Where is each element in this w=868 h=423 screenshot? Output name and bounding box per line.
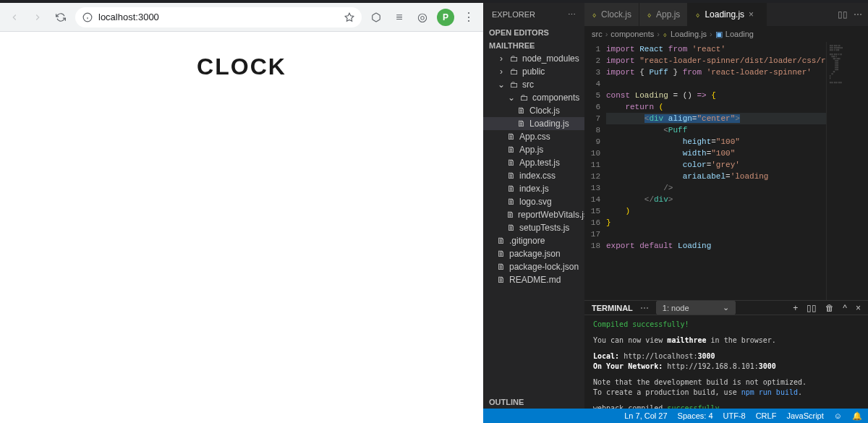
status-spaces[interactable]: Spaces: 4 [678, 411, 713, 420]
crumb-file[interactable]: Loading.js [671, 30, 707, 38]
star-icon[interactable] [344, 12, 354, 22]
terminal-select[interactable]: 1: node ⌄ [656, 301, 736, 315]
forward-button[interactable] [29, 9, 46, 26]
js-icon: ⬨ [647, 9, 652, 20]
outline-title[interactable]: OUTLINE [483, 396, 584, 409]
new-terminal-icon[interactable]: + [793, 303, 798, 313]
project-name[interactable]: MAILTHREE [483, 39, 584, 52]
tree-readme[interactable]: 🗎README.md [483, 273, 584, 286]
minimap[interactable]: ████ ████ ██████ ██████████████ █ ██████… [826, 42, 868, 300]
close-icon[interactable]: × [749, 9, 759, 20]
reading-list-icon[interactable]: ≡ [391, 9, 408, 26]
editor-area: src › components › ⬨ Loading.js › ▣ Load… [584, 26, 868, 409]
back-button[interactable] [6, 9, 23, 26]
tree-components[interactable]: ⌄🗀components [483, 91, 584, 104]
tab-label: Loading.js [705, 9, 744, 20]
tree-app-css[interactable]: 🗎App.css [483, 130, 584, 143]
page-heading: CLOCK [197, 54, 286, 423]
file-explorer: OPEN EDITORS MAILTHREE ›🗀node_modules ›🗀… [483, 26, 584, 409]
tree-pkg[interactable]: 🗎package.json [483, 247, 584, 260]
js-icon: ⬨ [695, 9, 700, 20]
status-eol[interactable]: CRLF [756, 411, 777, 420]
split-icon[interactable]: ▯▯ [838, 9, 848, 20]
avatar[interactable]: P [437, 9, 454, 26]
gutter: 123456789101112131415161718 [584, 42, 606, 300]
tab-loading[interactable]: ⬨ Loading.js × [688, 3, 767, 26]
status-encoding[interactable]: UTF-8 [723, 411, 746, 420]
more-icon[interactable]: ⋯ [854, 9, 862, 20]
url-bar[interactable]: localhost:3000 [75, 7, 362, 27]
svg-marker-3 [345, 13, 354, 21]
crumb-components[interactable]: components [610, 30, 654, 38]
tree-src[interactable]: ⌄🗀src [483, 78, 584, 91]
crumb-src[interactable]: src [592, 30, 603, 38]
maximize-icon[interactable]: ^ [843, 303, 847, 313]
browser-pane: localhost:3000 ≡ ◎ P ⋮ CLOCK [0, 3, 483, 423]
extensions-icon[interactable] [367, 9, 385, 26]
browser-content: CLOCK [0, 32, 483, 423]
tree-logo[interactable]: 🗎logo.svg [483, 195, 584, 208]
editor-tabs: ⬨ Clock.js ⬨ App.js ⬨ Loading.js × [584, 3, 832, 26]
unknown-icon[interactable]: ◎ [414, 9, 431, 26]
status-lang[interactable]: JavaScript [786, 411, 823, 420]
tree-loading[interactable]: 🗎Loading.js [483, 117, 584, 130]
info-icon [82, 12, 93, 22]
menu-icon[interactable]: ⋮ [460, 9, 477, 26]
crumb-symbol[interactable]: Loading [726, 30, 754, 38]
tree-index-css[interactable]: 🗎index.css [483, 169, 584, 182]
tab-app[interactable]: ⬨ App.js [639, 3, 688, 26]
tree-setup[interactable]: 🗎setupTests.js [483, 221, 584, 234]
tree-clock[interactable]: 🗎Clock.js [483, 104, 584, 117]
browser-toolbar: localhost:3000 ≡ ◎ P ⋮ [0, 3, 483, 32]
explorer-title: EXPLORER [492, 10, 535, 19]
feedback-icon[interactable]: ☺ [834, 411, 842, 420]
tab-label: App.js [656, 9, 680, 20]
tree-public[interactable]: ›🗀public [483, 65, 584, 78]
chevron-down-icon: ⌄ [723, 303, 729, 312]
terminal-panel: TERMINAL ⋯ 1: node ⌄ + ▯▯ 🗑 ^ × [584, 300, 868, 409]
status-bar: Ln 7, Col 27 Spaces: 4 UTF-8 CRLF JavaSc… [483, 409, 868, 423]
notifications-icon[interactable]: 🔔 [852, 411, 862, 421]
code-content[interactable]: import React from 'react'import "react-l… [606, 42, 826, 300]
terminal-menu-icon[interactable]: ⋯ [640, 303, 649, 313]
js-icon: ⬨ [592, 9, 597, 20]
tab-clock[interactable]: ⬨ Clock.js [584, 3, 639, 26]
tree-app-js[interactable]: 🗎App.js [483, 143, 584, 156]
close-terminal-icon[interactable]: × [856, 303, 861, 313]
split-terminal-icon[interactable]: ▯▯ [807, 303, 817, 313]
tree-pkg-lock[interactable]: 🗎package-lock.json [483, 260, 584, 273]
tree-report[interactable]: 🗎reportWebVitals.js [483, 208, 584, 221]
reload-button[interactable] [52, 9, 69, 26]
vscode-pane: EXPLORER ⋯ ⬨ Clock.js ⬨ App.js ⬨ Loading… [483, 3, 868, 423]
url-text: localhost:3000 [98, 12, 159, 22]
status-pos[interactable]: Ln 7, Col 27 [624, 411, 667, 420]
tree-app-test[interactable]: 🗎App.test.js [483, 156, 584, 169]
tree-index-js[interactable]: 🗎index.js [483, 182, 584, 195]
open-editors-title: OPEN EDITORS [483, 26, 584, 39]
trash-icon[interactable]: 🗑 [825, 303, 834, 313]
terminal-title[interactable]: TERMINAL [592, 304, 633, 312]
explorer-menu-icon[interactable]: ⋯ [568, 10, 576, 20]
explorer-header: EXPLORER ⋯ [483, 3, 584, 26]
tab-label: Clock.js [601, 9, 631, 20]
terminal-body[interactable]: Compiled successfully! You can now view … [584, 315, 868, 409]
breadcrumb[interactable]: src › components › ⬨ Loading.js › ▣ Load… [584, 26, 868, 42]
tree-gitignore[interactable]: 🗎.gitignore [483, 234, 584, 247]
tree-node-modules[interactable]: ›🗀node_modules [483, 52, 584, 65]
